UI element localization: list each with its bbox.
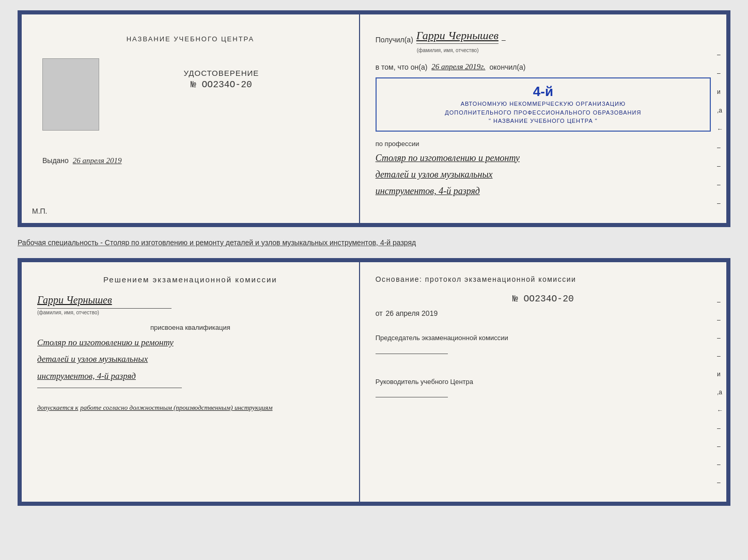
profession-top: Столяр по изготовлению и ремонту деталей… [376,150,711,200]
stamp-line1: АВТОНОМНУЮ НЕКОММЕРЧЕСКУЮ ОРГАНИЗАЦИЮ [384,100,703,108]
qual-line3: инструментов, 4-й разряд [37,368,344,385]
ot-date: от 26 апреля 2019 [376,309,711,317]
top-document: НАЗВАНИЕ УЧЕБНОГО ЦЕНТРА УДОСТОВЕРЕНИЕ №… [18,10,730,227]
stamp-line2: ДОПОЛНИТЕЛЬНОГО ПРОФЕССИОНАЛЬНОГО ОБРАЗО… [384,108,703,117]
vydano-line: Выдано 26 апреля 2019 [42,156,122,165]
fio-note-top: (фамилия, имя, отчество) [417,45,711,54]
vtom-label: в том, что он(а) [376,63,428,71]
top-left-page: НАЗВАНИЕ УЧЕБНОГО ЦЕНТРА УДОСТОВЕРЕНИЕ №… [22,14,360,223]
decision-title: Решением экзаменационной комиссии [37,275,344,284]
qual-line1: Столяр по изготовлению и ремонту [37,334,344,351]
recipient-name-bottom: Гарри Чернышев [37,294,344,306]
mp-label: М.П. [32,207,48,215]
prof-line2: деталей и узлов музыкальных [376,166,711,183]
vydano-label: Выдано [42,156,69,165]
fio-note-bottom: (фамилия, имя, отчество) [37,310,344,315]
fio-underline-bottom [37,308,172,309]
predsedatel-sig-line [376,354,448,354]
dopuskaetsya-label: допускается к [37,404,79,411]
recipient-name-bottom-container: Гарри Чернышев (фамилия, имя, отчество) [37,294,344,315]
poluchil-row: Получил(а) Гарри Чернышев – [376,29,711,44]
dopuskaetsya-block: допускается к работе согласно должностны… [37,404,344,412]
dash-top: – [502,36,506,44]
photo-placeholder [42,58,99,131]
predsedatel-label: Председатель экзаменационной комиссии [376,333,711,343]
right-decorative-lines: – – и ,а ← – – – – [717,45,726,213]
poluchil-label: Получил(а) [376,36,413,44]
qual-line2: деталей и узлов музыкальных [37,351,344,367]
predsedatel-block: Председатель экзаменационной комиссии [376,333,711,366]
protocol-number: № OO234O-20 [376,294,711,304]
recipient-name-top: Гарри Чернышев [416,29,498,44]
dopusk-text: работе согласно должностным (производств… [80,404,272,411]
ot-label: от [376,309,383,317]
prisvoena-label: присвоена квалификация [37,324,344,331]
bottom-left-page: Решением экзаменационной комиссии Гарри … [22,262,360,502]
bottom-document: Решением экзаменационной комиссии Гарри … [18,258,730,506]
underline1 [37,388,182,388]
okonchil-label: окончил(а) [490,63,526,71]
qualification-bottom: Столяр по изготовлению и ремонту деталей… [37,334,344,385]
stamp-line3: " НАЗВАНИЕ УЧЕБНОГО ЦЕНТРА " [384,117,703,125]
graduation-date-top: 26 апреля 2019г. [431,62,485,71]
vydano-date: 26 апреля 2019 [73,156,122,165]
protocol-date: 26 апреля 2019 [386,309,438,317]
prof-line3: инструментов, 4-й разряд [376,183,711,199]
separator-text: Рабочая специальность - Столяр по изгото… [18,235,730,250]
po-professii-label: по профессии [376,140,711,148]
rukovoditel-label: Руководитель учебного Центра [376,377,711,387]
stamp-number: 4-й [384,84,703,100]
center-title-top: НАЗВАНИЕ УЧЕБНОГО ЦЕНТРА [127,35,254,43]
rukovoditel-sig-line [376,397,448,397]
bottom-right-page: Основание: протокол экзаменационной коми… [360,262,726,502]
doc-number-top: № OO234O-20 [191,79,252,90]
stamp-box: 4-й АВТОНОМНУЮ НЕКОММЕРЧЕСКУЮ ОРГАНИЗАЦИ… [376,77,711,132]
vtom-row: в том, что он(а) 26 апреля 2019г. окончи… [376,62,711,71]
prof-line1: Столяр по изготовлению и ремонту [376,150,711,166]
osnovanie-title: Основание: протокол экзаменационной коми… [376,275,711,283]
bottom-right-decorative: – – – – и ,а ← – – – – [717,293,726,491]
top-right-page: Получил(а) Гарри Чернышев – (фамилия, им… [360,14,726,223]
udostoverenie-label: УДОСТОВЕРЕНИЕ [183,69,259,77]
rukovoditel-block: Руководитель учебного Центра [376,377,711,410]
